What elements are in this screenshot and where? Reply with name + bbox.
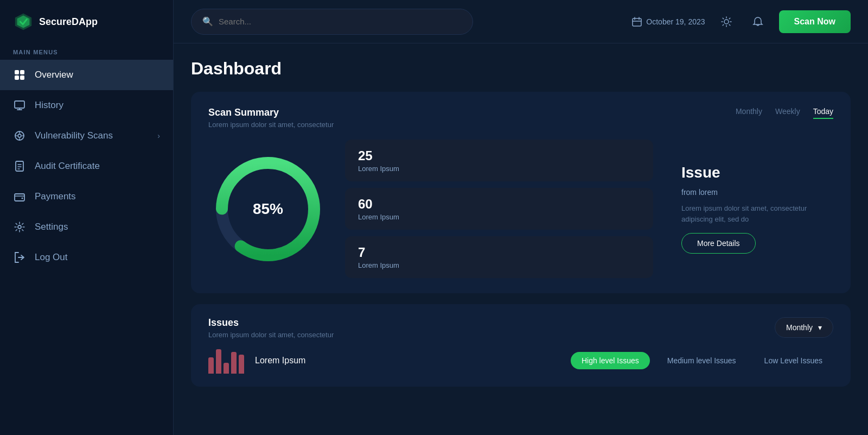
page-title: Dashboard [191, 59, 851, 79]
bar-3 [231, 352, 237, 374]
donut-chart: 85% [208, 149, 328, 269]
sidebar-item-audit-certificate[interactable]: Audit Certificate [0, 151, 173, 181]
scan-summary-title: Scan Summary [208, 107, 334, 118]
sidebar-item-vulnerability-scans[interactable]: Vulnerability Scans › [0, 121, 173, 151]
gear-icon [13, 220, 26, 234]
search-icon: 🔍 [202, 16, 213, 27]
stat-number-1: 60 [358, 197, 640, 212]
scan-summary-card: Scan Summary Lorem ipsum dolor sit amet,… [191, 92, 851, 293]
stat-label-2: Lorem Ipsum [358, 261, 640, 269]
issues-card: Issues Lorem ipsum dolor sit amet, conse… [191, 304, 851, 387]
date-text: October 19, 2023 [646, 17, 705, 26]
stat-card-0: 25 Lorem Ipsum [345, 140, 653, 181]
sidebar-item-overview[interactable]: Overview [0, 60, 173, 90]
sidebar-vuln-label: Vulnerability Scans [35, 130, 113, 141]
monitor-icon [13, 99, 26, 112]
stat-label-0: Lorem Ipsum [358, 165, 640, 173]
sidebar-audit-label: Audit Certificate [35, 161, 100, 172]
page-content: Dashboard Scan Summary Lorem ipsum dolor… [174, 43, 868, 435]
sidebar-item-payments[interactable]: Payments [0, 181, 173, 212]
sidebar-settings-label: Settings [35, 222, 68, 232]
stat-label-1: Lorem Ipsum [358, 213, 640, 221]
svg-point-12 [18, 225, 21, 229]
scan-now-button[interactable]: Scan Now [779, 10, 851, 33]
bar-chart-mini [208, 348, 244, 374]
svg-rect-4 [15, 75, 19, 80]
svg-rect-5 [20, 75, 24, 80]
issue-filter-tabs: High level Issues Medium level Issues Lo… [571, 352, 833, 369]
svg-rect-3 [20, 70, 24, 74]
sidebar-logout-label: Log Out [35, 252, 68, 263]
stat-card-1: 60 Lorem Ipsum [345, 188, 653, 230]
period-tab-weekly[interactable]: Weekly [775, 107, 800, 119]
svg-point-11 [22, 198, 23, 199]
scan-summary-title-group: Scan Summary Lorem ipsum dolor sit amet,… [208, 107, 334, 129]
wallet-icon [13, 190, 26, 203]
scan-summary-header: Scan Summary Lorem ipsum dolor sit amet,… [208, 107, 833, 129]
stat-number-2: 7 [358, 245, 640, 260]
chevron-down-icon: ▾ [818, 323, 822, 332]
chevron-right-icon: › [157, 131, 160, 140]
donut-center: 85% [253, 200, 283, 218]
issues-bottom: Lorem Ipsum High level Issues Medium lev… [208, 348, 833, 374]
main-menus-label: MAIN MENUS [0, 43, 173, 60]
logo-area: SecureDApp [0, 0, 173, 43]
more-details-button[interactable]: More Details [681, 233, 756, 254]
scan-summary-body: 85% 25 Lorem Ipsum 60 Lorem Ipsum 7 [208, 140, 833, 278]
scan-summary-subtitle: Lorem ipsum dolor sit amet, consectetur [208, 121, 334, 129]
sidebar-history-label: History [35, 100, 63, 111]
sidebar-overview-label: Overview [35, 70, 73, 80]
doc-icon [13, 160, 26, 173]
logo-icon [13, 11, 34, 32]
svg-rect-9 [16, 161, 23, 171]
svg-rect-6 [15, 101, 24, 108]
theme-toggle-button[interactable] [716, 11, 737, 32]
donut-percent: 85% [253, 200, 283, 218]
svg-point-14 [724, 20, 729, 24]
period-tab-today[interactable]: Today [813, 107, 833, 119]
logout-icon [13, 251, 26, 264]
search-box[interactable]: 🔍 [191, 9, 473, 35]
period-tab-monthly[interactable]: Monthly [736, 107, 762, 119]
main-content: 🔍 October 19, 2023 [174, 0, 868, 435]
sidebar: SecureDApp MAIN MENUS Overview History [0, 0, 174, 435]
stat-card-2: 7 Lorem Ipsum [345, 236, 653, 278]
issue-panel: Issue from lorem Lorem ipsum dolor sit a… [671, 164, 833, 254]
filter-tab-low[interactable]: Low Level Issues [754, 352, 833, 369]
svg-rect-2 [15, 70, 19, 74]
svg-point-8 [18, 134, 21, 137]
bell-icon [752, 16, 763, 27]
stat-number-0: 25 [358, 148, 640, 163]
filter-tab-medium[interactable]: Medium level Issues [656, 352, 747, 369]
sidebar-item-history[interactable]: History [0, 90, 173, 121]
calendar-icon [632, 17, 642, 27]
search-input[interactable] [219, 17, 462, 26]
monthly-dropdown-label: Monthly [786, 323, 813, 332]
app-name: SecureDApp [39, 16, 98, 28]
sidebar-item-logout[interactable]: Log Out [0, 242, 173, 273]
sidebar-payments-label: Payments [35, 191, 76, 202]
sidebar-item-settings[interactable]: Settings [0, 212, 173, 242]
topbar-right: October 19, 2023 Scan Now [632, 10, 851, 33]
issue-title: Issue [681, 164, 833, 181]
monthly-dropdown[interactable]: Monthly ▾ [775, 317, 833, 338]
bar-1 [216, 349, 221, 374]
grid-icon [13, 68, 26, 81]
bar-4 [239, 355, 244, 374]
issues-title-group: Issues Lorem ipsum dolor sit amet, conse… [208, 317, 334, 339]
issue-desc: Lorem ipsum dolor sit amet, consectetur … [681, 203, 833, 224]
filter-tab-high[interactable]: High level Issues [571, 352, 650, 369]
sun-icon [721, 16, 732, 27]
notifications-button[interactable] [748, 11, 768, 32]
issue-from: from lorem [681, 188, 833, 197]
period-tabs: Monthly Weekly Today [736, 107, 833, 119]
topbar: 🔍 October 19, 2023 [174, 0, 868, 43]
issues-subtitle: Lorem ipsum dolor sit amet, consectetur [208, 331, 334, 339]
issues-chart-label: Lorem Ipsum [255, 356, 305, 365]
stats-list: 25 Lorem Ipsum 60 Lorem Ipsum 7 Lorem Ip… [345, 140, 653, 278]
issues-header: Issues Lorem ipsum dolor sit amet, conse… [208, 317, 833, 339]
issues-title: Issues [208, 317, 334, 329]
svg-rect-13 [633, 18, 641, 26]
svg-rect-10 [15, 194, 24, 201]
date-badge: October 19, 2023 [632, 17, 705, 27]
